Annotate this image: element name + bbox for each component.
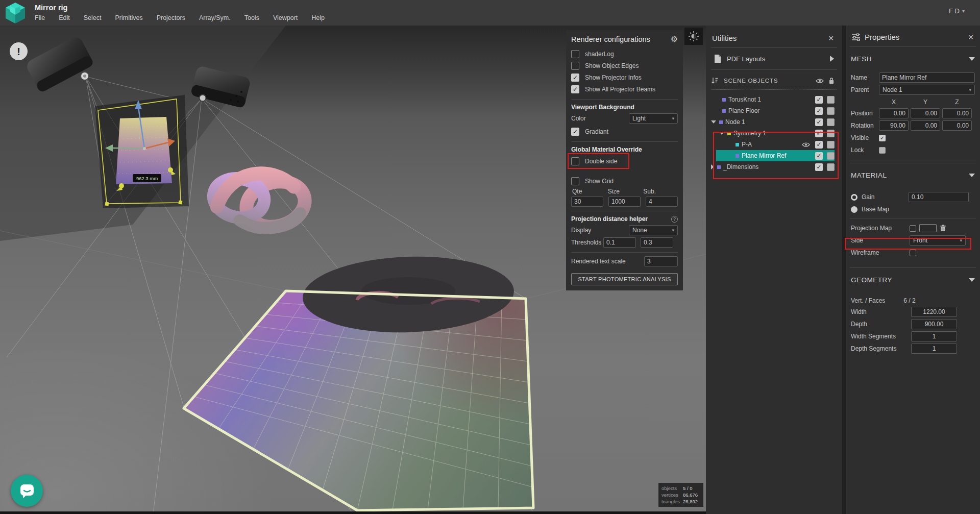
expander-closed-icon[interactable] [711,164,714,169]
application-window: Mirror rig File Edit Select Primitives P… [0,0,980,514]
lock-checkbox[interactable] [827,163,835,171]
menu-primitives[interactable]: Primitives [115,14,142,21]
width-input[interactable] [911,307,957,317]
visibility-checkbox[interactable] [815,141,823,149]
rotation-x-input[interactable] [879,120,909,131]
user-initials: F D [949,7,960,15]
lock-checkbox[interactable] [879,147,886,154]
menu-help[interactable]: Help [311,14,325,21]
user-account-menu[interactable]: F D [949,7,965,15]
position-label: Position [851,110,879,117]
position-z-input[interactable] [942,108,972,118]
menu-file[interactable]: File [35,14,45,21]
visibility-checkbox[interactable] [815,107,823,115]
rendered-text-scale-input[interactable] [644,256,678,266]
side-select[interactable]: Front [910,235,966,246]
lock-checkbox[interactable] [827,118,835,126]
visibility-checkbox[interactable] [815,152,823,160]
parent-select[interactable]: Node 1 [879,85,975,95]
tree-item-p-a[interactable]: P-A [706,139,835,150]
visibility-checkbox[interactable] [815,163,823,171]
menu-array-sym[interactable]: Array/Sym. [199,14,231,21]
rotation-z-input[interactable] [942,120,972,131]
document-title: Mirror rig [35,4,67,12]
base-map-radio[interactable] [851,206,857,213]
gear-icon[interactable] [671,34,678,44]
lock-checkbox[interactable] [827,152,835,160]
tree-item-node-1[interactable]: Node 1 [706,116,835,128]
gradiant-checkbox[interactable] [571,128,579,136]
tree-item-plane-mirror-ref[interactable]: Plane Mirror Ref [716,150,835,161]
shaderlog-checkbox[interactable] [571,50,579,58]
double-side-checkbox[interactable] [571,157,579,165]
depth-segments-input[interactable] [911,344,957,354]
visibility-checkbox[interactable] [815,96,823,104]
visibility-checkbox[interactable] [815,130,823,137]
display-select[interactable]: None [629,225,678,235]
mesh-section-header[interactable]: MESH [850,55,976,63]
depth-label: Depth [851,321,911,328]
background-color-select[interactable]: Light [629,113,678,124]
chat-support-button[interactable] [11,475,43,507]
help-icon[interactable] [671,216,678,223]
eye-icon[interactable] [802,142,810,148]
menu-tools[interactable]: Tools [244,14,259,21]
lock-checkbox[interactable] [827,141,835,149]
lock-icon[interactable] [828,77,835,84]
pdf-layouts-item[interactable]: PDF Layouts [706,48,842,69]
tree-item-symmetry-1[interactable]: Symmetry 1 [706,128,835,139]
warning-icon[interactable]: ! [10,42,28,60]
scene-objects-header: SCENE OBJECTS [706,70,842,89]
lock-checkbox[interactable] [827,130,835,137]
width-segments-input[interactable] [911,331,957,341]
torus-knot[interactable] [210,174,310,233]
start-photometric-analysis-button[interactable]: START PHOTOMETRIC ANALYSIS [571,273,678,285]
floor-plane[interactable] [184,253,533,510]
stats-objects-value: 5 / 0 [683,485,693,492]
position-y-input[interactable] [911,108,940,118]
axis-z-label: Z [942,99,972,106]
show-grid-checkbox[interactable] [571,177,579,185]
material-section-header[interactable]: MATERIAL [850,172,976,179]
expander-open-icon[interactable] [719,132,724,135]
rotation-y-input[interactable] [911,120,940,131]
lock-checkbox[interactable] [827,96,835,104]
contrast-toggle-button[interactable] [684,28,703,45]
tune-icon [852,33,861,41]
position-x-input[interactable] [879,108,909,118]
visible-checkbox[interactable] [879,135,886,141]
threshold-2-input[interactable] [641,237,673,248]
sort-icon[interactable] [711,77,719,84]
trash-icon[interactable] [940,225,946,232]
eye-icon[interactable] [816,78,824,84]
mirror-plane[interactable]: 962.3 mm [95,95,189,208]
threshold-1-input[interactable] [603,237,636,248]
tree-item-dimensions[interactable]: _Dimensions [706,161,835,173]
app-logo-icon[interactable] [4,2,27,24]
name-input[interactable] [879,72,975,83]
menu-viewport[interactable]: Viewport [273,14,298,21]
utilities-close-icon[interactable] [828,34,834,42]
gain-radio[interactable] [851,194,857,201]
menu-edit[interactable]: Edit [59,14,70,21]
wireframe-checkbox[interactable] [910,250,916,256]
gain-input[interactable] [909,192,969,202]
depth-input[interactable] [911,319,957,329]
properties-close-icon[interactable] [968,33,974,41]
tree-item-torusknot-1[interactable]: TorusKnot 1 [706,94,835,105]
show-object-edges-checkbox[interactable] [571,62,579,70]
show-projector-infos-checkbox[interactable] [571,74,579,82]
qte-input[interactable] [571,197,603,207]
sub-input[interactable] [646,197,678,207]
projection-map-field[interactable] [919,224,937,232]
menu-select[interactable]: Select [84,14,102,21]
menu-projectors[interactable]: Projectors [157,14,185,21]
projection-map-checkbox[interactable] [910,225,916,232]
show-all-projector-beams-checkbox[interactable] [571,85,579,93]
size-input[interactable] [608,197,641,207]
geometry-section-header[interactable]: GEOMETRY [850,276,976,284]
tree-item-plane-floor[interactable]: Plane Floor [706,105,835,116]
expander-open-icon[interactable] [711,120,716,124]
lock-checkbox[interactable] [827,107,835,115]
visibility-checkbox[interactable] [815,118,823,126]
